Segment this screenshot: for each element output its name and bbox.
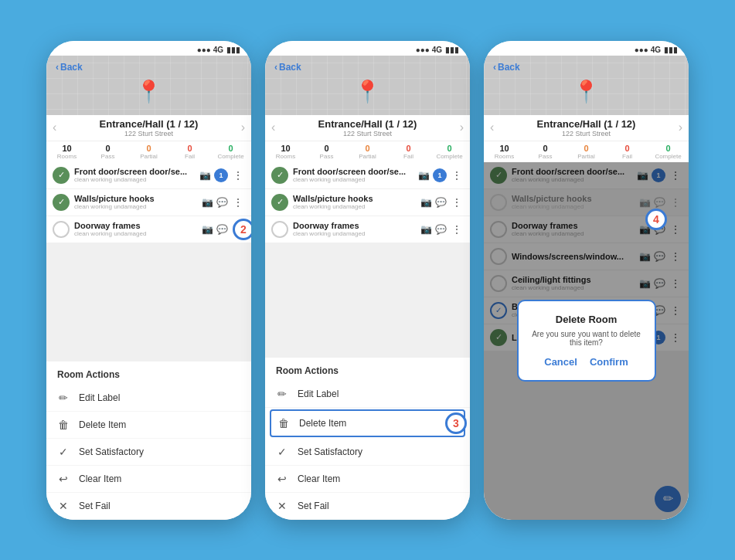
item-text-front-door-1: Front door/screen door/se... clean worki… bbox=[74, 167, 195, 183]
delete-label-2: Delete Item bbox=[299, 418, 346, 429]
item-title-front-door-2: Front door/screen door/se... bbox=[293, 167, 413, 176]
chat-icon-1c[interactable]: 💬 bbox=[216, 224, 228, 235]
stat-pass-label-1: Pass bbox=[87, 153, 128, 160]
delete-icon-1: 🗑 bbox=[57, 419, 70, 431]
more-dots-1a[interactable]: ⋮ bbox=[231, 168, 245, 183]
stat-partial-label-2: Partial bbox=[347, 153, 388, 160]
camera-icon-1c[interactable]: 📷 bbox=[202, 224, 213, 235]
more-dots-2a[interactable]: ⋮ bbox=[450, 168, 464, 183]
item-actions-front-door-2: 📷 1 ⋮ bbox=[418, 168, 464, 183]
fail-label-2: Set Fail bbox=[298, 501, 329, 511]
room-title-3: Entrance/Hall (1 / 12) 122 Sturt Street bbox=[494, 118, 678, 137]
next-arrow-3[interactable]: › bbox=[679, 120, 682, 134]
room-header-3: ‹ Entrance/Hall (1 / 12) 122 Sturt Stree… bbox=[484, 115, 689, 141]
back-chevron-1: ‹ bbox=[56, 62, 59, 73]
map-area-3: ‹ Back 📍 ‹ Entrance/Hall (1 / 12) 122 St… bbox=[484, 56, 689, 141]
next-arrow-1[interactable]: › bbox=[241, 120, 245, 134]
badge-2a: 1 bbox=[433, 168, 447, 182]
action-edit-label-2[interactable]: ✏ Edit Label bbox=[265, 381, 470, 408]
stat-rooms-label-2: Rooms bbox=[265, 153, 306, 160]
action-delete-item-2[interactable]: 🗑 Delete Item 3 bbox=[270, 409, 465, 437]
next-arrow-2[interactable]: › bbox=[460, 120, 464, 134]
item-title-doorway-1: Doorway frames bbox=[74, 221, 197, 230]
chat-icon-2c[interactable]: 💬 bbox=[435, 224, 447, 235]
signal-icon-2: ●●● 4G bbox=[416, 46, 442, 54]
room-name-2: Entrance/Hall (1 / 12) bbox=[275, 118, 459, 130]
chat-icon-1b[interactable]: 💬 bbox=[216, 197, 228, 208]
stat-partial-2: 0 Partial bbox=[347, 144, 388, 160]
stat-fail-label-2: Fail bbox=[388, 153, 429, 160]
room-address-1: 122 Sturt Street bbox=[56, 130, 240, 137]
modal-title: Delete Room bbox=[531, 314, 642, 325]
room-actions-2: Room Actions ✏ Edit Label 🗑 Delete Item … bbox=[265, 358, 470, 520]
satisfactory-label-1: Set Satisfactory bbox=[79, 446, 144, 457]
action-satisfactory-2[interactable]: ✓ Set Satisfactory bbox=[265, 439, 470, 466]
more-dots-2c[interactable]: ⋮ bbox=[450, 222, 464, 237]
room-name-1: Entrance/Hall (1 / 12) bbox=[56, 118, 240, 130]
item-text-walls-1: Walls/picture hooks clean working undama… bbox=[74, 194, 197, 210]
action-clear-2[interactable]: ↩ Clear Item bbox=[265, 466, 470, 493]
list-item-front-door-1[interactable]: ✓ Front door/screen door/se... clean wor… bbox=[46, 162, 251, 188]
list-item-doorway-1[interactable]: Doorway frames clean working undamaged 📷… bbox=[46, 216, 251, 243]
action-fail-2[interactable]: ✕ Set Fail bbox=[265, 493, 470, 520]
back-chevron-3: ‹ bbox=[493, 62, 496, 73]
action-edit-label-1[interactable]: ✏ Edit Label bbox=[46, 385, 251, 412]
action-delete-item-1[interactable]: 🗑 Delete Item bbox=[46, 412, 251, 439]
action-satisfactory-1[interactable]: ✓ Set Satisfactory bbox=[46, 439, 251, 466]
item-title-front-door-1: Front door/screen door/se... bbox=[74, 167, 195, 176]
step-2-circle: 2 bbox=[233, 219, 251, 240]
edit-label-2: Edit Label bbox=[298, 389, 339, 399]
item-sub-front-door-2: clean working undamaged bbox=[293, 176, 413, 183]
camera-icon-1b[interactable]: 📷 bbox=[202, 197, 213, 208]
satisfactory-label-2: Set Satisfactory bbox=[298, 446, 362, 457]
camera-icon-1a[interactable]: 📷 bbox=[199, 170, 211, 181]
back-button-2[interactable]: ‹ Back bbox=[274, 62, 301, 73]
stats-bar-2: 10 Rooms 0 Pass 0 Partial 0 Fail 0 Compl… bbox=[265, 141, 470, 162]
item-actions-walls-1: 📷 💬 ⋮ bbox=[202, 195, 245, 210]
status-bar-2: ●●● 4G ▮▮▮ bbox=[265, 41, 470, 56]
stat-complete-num-1: 0 bbox=[210, 144, 251, 153]
back-button-3[interactable]: ‹ Back bbox=[493, 62, 520, 73]
fail-icon-2: ✕ bbox=[276, 500, 288, 512]
back-button-1[interactable]: ‹ Back bbox=[56, 62, 83, 73]
stat-complete-label-3: Complete bbox=[648, 153, 689, 160]
camera-icon-2a[interactable]: 📷 bbox=[418, 170, 430, 181]
list-item-front-door-2[interactable]: ✓ Front door/screen door/se... clean wor… bbox=[265, 162, 470, 188]
check-doorway-2 bbox=[271, 221, 288, 238]
stat-pass-num-2: 0 bbox=[306, 144, 347, 153]
item-sub-doorway-1: clean working undamaged bbox=[74, 230, 197, 237]
item-sub-walls-1: clean working undamaged bbox=[74, 203, 197, 210]
more-dots-2b[interactable]: ⋮ bbox=[450, 195, 464, 210]
list-item-walls-2[interactable]: ✓ Walls/picture hooks clean working unda… bbox=[265, 189, 470, 216]
camera-icon-2c[interactable]: 📷 bbox=[420, 224, 432, 235]
room-actions-title-2: Room Actions bbox=[265, 362, 470, 381]
stat-partial-label-3: Partial bbox=[566, 153, 607, 160]
stat-complete-num-2: 0 bbox=[429, 144, 470, 153]
action-fail-1[interactable]: ✕ Set Fail bbox=[46, 493, 251, 520]
action-clear-1[interactable]: ↩ Clear Item bbox=[46, 466, 251, 493]
stat-complete-1: 0 Complete bbox=[210, 144, 251, 160]
stat-pass-2: 0 Pass bbox=[306, 144, 347, 160]
stat-pass-label-3: Pass bbox=[525, 153, 566, 160]
check-walls-1: ✓ bbox=[53, 194, 70, 211]
fail-label-1: Set Fail bbox=[79, 501, 111, 511]
phones-container: ●●● 4G ▮▮▮ ‹ Back 📍 ‹ Entrance/Hall (1 /… bbox=[23, 18, 712, 543]
stat-fail-2: 0 Fail bbox=[388, 144, 429, 160]
camera-icon-2b[interactable]: 📷 bbox=[420, 197, 432, 208]
more-dots-1b[interactable]: ⋮ bbox=[231, 195, 245, 210]
stat-pass-1: 0 Pass bbox=[87, 144, 128, 160]
battery-icon-3: ▮▮▮ bbox=[664, 46, 678, 54]
list-item-doorway-2[interactable]: Doorway frames clean working undamaged 📷… bbox=[265, 216, 470, 243]
list-item-walls-1[interactable]: ✓ Walls/picture hooks clean working unda… bbox=[46, 189, 251, 216]
item-sub-front-door-1: clean working undamaged bbox=[74, 176, 195, 183]
items-list-1: ✓ Front door/screen door/se... clean wor… bbox=[46, 162, 251, 361]
edit-icon-2: ✏ bbox=[276, 388, 288, 400]
stat-pass-3: 0 Pass bbox=[525, 144, 566, 160]
chat-icon-2b[interactable]: 💬 bbox=[435, 197, 447, 208]
modal-confirm-button[interactable]: Confirm bbox=[590, 356, 628, 368]
item-actions-walls-2: 📷 💬 ⋮ bbox=[420, 195, 464, 210]
stat-fail-label-3: Fail bbox=[607, 153, 648, 160]
modal-cancel-button[interactable]: Cancel bbox=[544, 356, 577, 368]
item-text-walls-2: Walls/picture hooks clean working undama… bbox=[293, 194, 416, 210]
item-title-walls-1: Walls/picture hooks bbox=[74, 194, 197, 203]
